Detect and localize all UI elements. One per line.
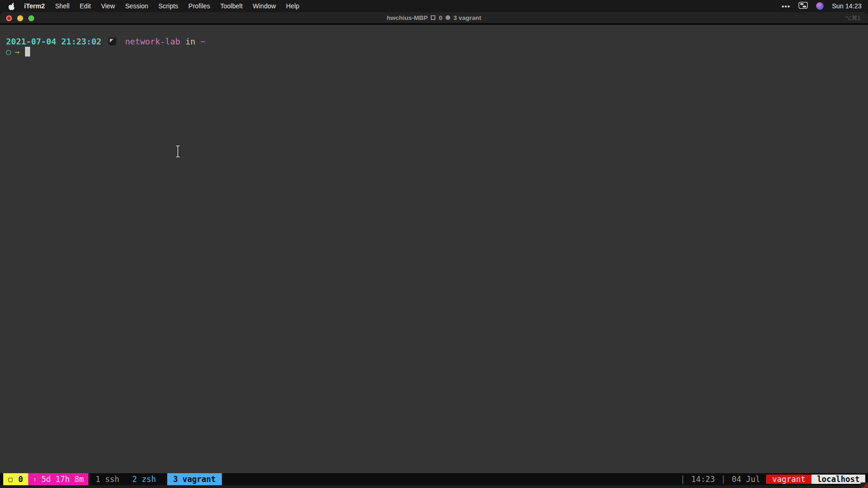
more-menu-icon[interactable]: •••	[781, 2, 790, 10]
menu-item-view[interactable]: View	[96, 2, 120, 10]
prompt-timestamp: 2021-07-04 21:23:02	[6, 36, 101, 47]
window-shortcut-hint: ⌥⌘1	[841, 14, 864, 22]
statusbar-spacer	[222, 473, 674, 485]
terminal-cursor	[25, 47, 30, 56]
menu-item-profiles[interactable]: Profiles	[183, 2, 215, 10]
menu-item-scripts[interactable]: Scripts	[153, 2, 183, 10]
tmux-window-3-vagrant-active[interactable]: 3 vagrant	[167, 473, 222, 485]
mouse-cursor-ibeam	[175, 144, 181, 158]
prompt-arrow-icon: →	[15, 46, 20, 57]
window-title-bar[interactable]: hwchius-MBP 0 3 vagrant ⌥⌘1	[0, 12, 868, 24]
uptime-segment: ↑ 5d 17h 8m	[28, 473, 89, 485]
menubar-clock[interactable]: Sun 14:23	[832, 2, 862, 10]
terminal-screen[interactable]: 2021-07-04 21:23:02 network-lab in ~ ○ →	[0, 25, 868, 473]
control-center-icon[interactable]	[799, 2, 808, 10]
wallpaper-corner	[861, 482, 868, 488]
tmux-status-bar: □ 0 ↑ 5d 17h 8m 1 ssh 2 zsh 3 vagrant | …	[0, 473, 868, 485]
siri-icon[interactable]	[816, 2, 824, 10]
statusbar-right: | 14:23 | 04 Jul vagrant localhost	[674, 473, 868, 485]
statusbar-date: 04 Jul	[732, 475, 760, 484]
statusbar-host: localhost	[817, 475, 860, 484]
statusbar-host-segment: localhost	[811, 475, 865, 484]
tmux-session-segment[interactable]: □ 0	[3, 473, 28, 485]
window-bottom-edge	[0, 485, 868, 488]
statusbar-time: 14:23	[691, 475, 715, 484]
statusbar-separator: |	[680, 475, 685, 484]
menu-item-help[interactable]: Help	[281, 2, 305, 10]
tmux-session-name: 0	[18, 475, 23, 484]
title-session-name: 3 vagrant	[453, 14, 481, 21]
prompt-path: ~	[201, 36, 206, 47]
statusbar-separator: |	[721, 475, 726, 484]
session-dot-icon	[446, 15, 450, 20]
clock-icon	[108, 38, 116, 45]
tmux-window-1-ssh[interactable]: 1 ssh	[94, 475, 120, 484]
menu-item-window[interactable]: Window	[248, 2, 281, 10]
menu-item-session[interactable]: Session	[120, 2, 153, 10]
menu-item-iterm2[interactable]: iTerm2	[19, 2, 50, 10]
tmux-session-icon: □	[8, 475, 12, 483]
tmux-window-2-zsh[interactable]: 2 zsh	[131, 475, 157, 484]
statusbar-user: vagrant	[772, 475, 805, 484]
uptime-text: 5d 17h 8m	[41, 475, 84, 484]
prompt-context-line: 2021-07-04 21:23:02 network-lab in ~	[6, 36, 206, 47]
menu-item-toolbelt[interactable]: Toolbelt	[215, 2, 248, 10]
tmux-window-icon	[431, 15, 435, 20]
statusbar-user-segment: vagrant	[766, 475, 811, 484]
apple-menu-icon[interactable]	[8, 2, 15, 10]
menu-item-shell[interactable]: Shell	[50, 2, 75, 10]
menu-bar: iTerm2 Shell Edit View Session Scripts P…	[0, 0, 868, 12]
menu-item-edit[interactable]: Edit	[75, 2, 96, 10]
title-hostname: hwchius-MBP	[387, 14, 428, 21]
prompt-project: network-lab	[125, 36, 180, 47]
prompt-in-word: in	[185, 36, 195, 47]
window-title: hwchius-MBP 0 3 vagrant	[0, 12, 868, 23]
prompt-input-line[interactable]: ○ →	[6, 46, 30, 57]
title-window-count: 0	[439, 14, 442, 21]
desktop: iTerm2 Shell Edit View Session Scripts P…	[0, 0, 868, 488]
prompt-status-circle: ○	[6, 46, 11, 57]
tmux-window-list: 1 ssh 2 zsh 3 vagrant	[94, 473, 222, 485]
uptime-arrow-icon: ↑	[33, 475, 37, 483]
